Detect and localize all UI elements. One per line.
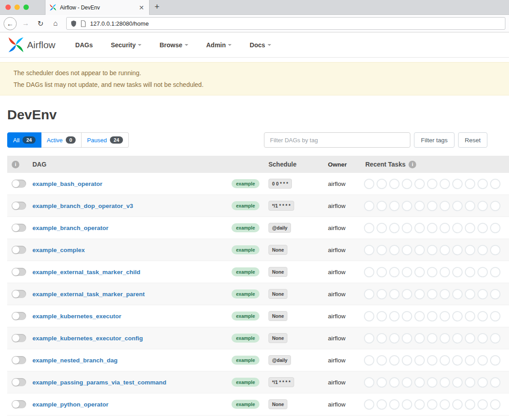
task-state-circle[interactable] bbox=[452, 333, 463, 343]
task-state-circle[interactable] bbox=[440, 355, 450, 366]
task-state-circle[interactable] bbox=[414, 311, 425, 321]
task-state-circle[interactable] bbox=[452, 179, 463, 189]
task-state-circle[interactable] bbox=[389, 179, 400, 189]
task-state-circle[interactable] bbox=[377, 377, 387, 388]
dag-link[interactable]: example_kubernetes_executor_config bbox=[32, 335, 143, 342]
task-state-circle[interactable] bbox=[440, 289, 450, 299]
task-state-circle[interactable] bbox=[490, 311, 500, 321]
dag-pause-toggle[interactable] bbox=[12, 356, 26, 364]
task-state-circle[interactable] bbox=[402, 179, 412, 189]
filter-tab-active[interactable]: Active 0 bbox=[41, 132, 82, 148]
tab-close-icon[interactable]: ✕ bbox=[138, 4, 145, 11]
task-state-circle[interactable] bbox=[490, 377, 500, 388]
task-state-circle[interactable] bbox=[440, 377, 450, 388]
task-state-circle[interactable] bbox=[490, 289, 500, 299]
dag-tag-badge[interactable]: example bbox=[232, 400, 259, 409]
dag-pause-toggle[interactable] bbox=[12, 290, 26, 298]
dag-tag-badge[interactable]: example bbox=[232, 356, 259, 365]
task-state-circle[interactable] bbox=[440, 333, 450, 343]
nav-item-browse[interactable]: Browse bbox=[159, 41, 188, 49]
window-zoom-button[interactable] bbox=[23, 5, 29, 10]
task-state-circle[interactable] bbox=[427, 245, 437, 255]
task-state-circle[interactable] bbox=[377, 333, 387, 343]
dag-tag-badge[interactable]: example bbox=[232, 245, 259, 254]
reset-button[interactable]: Reset bbox=[458, 132, 487, 148]
task-state-circle[interactable] bbox=[377, 289, 387, 299]
task-state-circle[interactable] bbox=[427, 355, 437, 366]
new-tab-button[interactable]: + bbox=[155, 2, 159, 12]
dag-tag-badge[interactable]: example bbox=[232, 289, 259, 298]
task-state-circle[interactable] bbox=[402, 399, 412, 410]
dag-tag-badge[interactable]: example bbox=[232, 312, 259, 321]
task-state-circle[interactable] bbox=[477, 223, 488, 233]
dag-pause-toggle[interactable] bbox=[12, 334, 26, 342]
dag-pause-toggle[interactable] bbox=[12, 224, 26, 232]
task-state-circle[interactable] bbox=[427, 311, 437, 321]
dag-link[interactable]: example_passing_params_via_test_command bbox=[32, 379, 166, 386]
task-state-circle[interactable] bbox=[440, 245, 450, 255]
task-state-circle[interactable] bbox=[427, 377, 437, 388]
task-state-circle[interactable] bbox=[414, 223, 425, 233]
task-state-circle[interactable] bbox=[364, 377, 374, 388]
filter-tags-button[interactable]: Filter tags bbox=[414, 132, 454, 148]
task-state-circle[interactable] bbox=[477, 245, 488, 255]
forward-button[interactable]: → bbox=[20, 19, 32, 27]
task-state-circle[interactable] bbox=[440, 223, 450, 233]
dag-tag-badge[interactable]: example bbox=[232, 201, 259, 210]
airflow-brand[interactable]: Airflow bbox=[8, 37, 55, 53]
nav-item-admin[interactable]: Admin bbox=[206, 41, 232, 49]
dag-tag-badge[interactable]: example bbox=[232, 179, 259, 188]
task-state-circle[interactable] bbox=[389, 223, 400, 233]
task-state-circle[interactable] bbox=[427, 179, 437, 189]
task-state-circle[interactable] bbox=[465, 399, 475, 410]
task-state-circle[interactable] bbox=[427, 223, 437, 233]
task-state-circle[interactable] bbox=[465, 377, 475, 388]
task-state-circle[interactable] bbox=[452, 201, 463, 211]
task-state-circle[interactable] bbox=[465, 223, 475, 233]
nav-item-docs[interactable]: Docs bbox=[250, 41, 271, 49]
dag-pause-toggle[interactable] bbox=[12, 246, 26, 254]
dag-tag-badge[interactable]: example bbox=[232, 223, 259, 232]
task-state-circle[interactable] bbox=[477, 267, 488, 277]
back-button[interactable]: ← bbox=[4, 17, 17, 30]
dag-link[interactable]: example_complex bbox=[32, 247, 85, 253]
dag-pause-toggle[interactable] bbox=[12, 268, 26, 276]
task-state-circle[interactable] bbox=[402, 355, 412, 366]
task-state-circle[interactable] bbox=[402, 267, 412, 277]
window-minimize-button[interactable] bbox=[14, 5, 20, 10]
task-state-circle[interactable] bbox=[402, 311, 412, 321]
task-state-circle[interactable] bbox=[377, 267, 387, 277]
task-state-circle[interactable] bbox=[364, 223, 374, 233]
task-state-circle[interactable] bbox=[427, 399, 437, 410]
dag-link[interactable]: example_external_task_marker_parent bbox=[32, 291, 145, 298]
task-state-circle[interactable] bbox=[377, 201, 387, 211]
task-state-circle[interactable] bbox=[414, 355, 425, 366]
task-state-circle[interactable] bbox=[414, 377, 425, 388]
dag-link[interactable]: example_external_task_marker_child bbox=[32, 269, 140, 275]
task-state-circle[interactable] bbox=[490, 267, 500, 277]
task-state-circle[interactable] bbox=[389, 201, 400, 211]
task-state-circle[interactable] bbox=[364, 179, 374, 189]
task-state-circle[interactable] bbox=[440, 399, 450, 410]
task-state-circle[interactable] bbox=[364, 333, 374, 343]
task-state-circle[interactable] bbox=[490, 245, 500, 255]
task-state-circle[interactable] bbox=[427, 267, 437, 277]
home-button[interactable]: ⌂ bbox=[50, 19, 61, 27]
filter-tab-paused[interactable]: Paused 24 bbox=[82, 132, 128, 148]
dag-pause-toggle[interactable] bbox=[12, 400, 26, 408]
task-state-circle[interactable] bbox=[477, 377, 488, 388]
task-state-circle[interactable] bbox=[465, 245, 475, 255]
nav-item-security[interactable]: Security bbox=[111, 41, 141, 49]
task-state-circle[interactable] bbox=[377, 179, 387, 189]
dag-link[interactable]: example_kubernetes_executor bbox=[32, 313, 121, 320]
dag-pause-toggle[interactable] bbox=[12, 180, 26, 188]
task-state-circle[interactable] bbox=[477, 311, 488, 321]
task-state-circle[interactable] bbox=[490, 399, 500, 410]
task-state-circle[interactable] bbox=[452, 267, 463, 277]
task-state-circle[interactable] bbox=[452, 245, 463, 255]
task-state-circle[interactable] bbox=[414, 399, 425, 410]
task-state-circle[interactable] bbox=[477, 289, 488, 299]
reload-button[interactable]: ↻ bbox=[35, 19, 46, 28]
task-state-circle[interactable] bbox=[377, 245, 387, 255]
window-close-button[interactable] bbox=[5, 5, 11, 10]
